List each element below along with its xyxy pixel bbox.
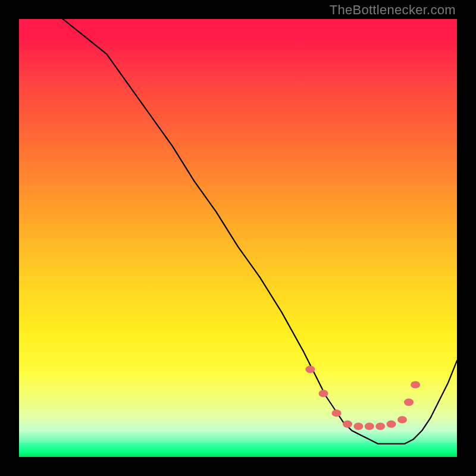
curve-marker bbox=[353, 422, 363, 430]
chart-frame: TheBottlenecker.com bbox=[0, 0, 476, 476]
curve-marker bbox=[332, 409, 342, 416]
curve-marker bbox=[397, 416, 407, 423]
curve-marker bbox=[365, 422, 374, 430]
plot-area bbox=[19, 19, 457, 457]
bottleneck-curve-path bbox=[63, 19, 457, 444]
curve-layer bbox=[19, 19, 457, 457]
curve-marker bbox=[343, 421, 352, 428]
curve-marker bbox=[319, 390, 328, 397]
curve-marker bbox=[375, 422, 385, 430]
curve-marker bbox=[305, 366, 315, 373]
curve-marker bbox=[411, 381, 420, 388]
bottleneck-curve bbox=[63, 19, 457, 444]
curve-marker bbox=[404, 399, 414, 406]
curve-markers bbox=[305, 366, 420, 430]
watermark-text: TheBottlenecker.com bbox=[330, 2, 456, 18]
curve-marker bbox=[387, 421, 396, 428]
